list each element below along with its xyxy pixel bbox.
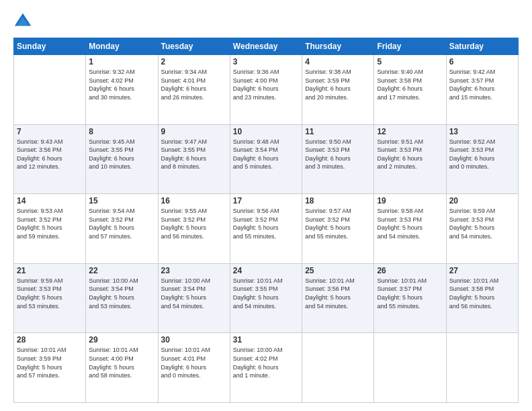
day-number: 21 xyxy=(17,266,83,275)
cell-text: Sunrise: 9:34 AM Sunset: 4:01 PM Dayligh… xyxy=(161,68,227,101)
cell-text: Sunrise: 9:50 AM Sunset: 3:53 PM Dayligh… xyxy=(305,138,371,171)
day-number: 13 xyxy=(449,127,515,136)
cell-text: Sunrise: 9:32 AM Sunset: 4:02 PM Dayligh… xyxy=(89,68,154,101)
calendar-cell: 14Sunrise: 9:53 AM Sunset: 3:52 PM Dayli… xyxy=(14,194,86,264)
day-number: 6 xyxy=(449,57,515,66)
calendar-week-row: 28Sunrise: 10:01 AM Sunset: 3:59 PM Dayl… xyxy=(14,333,519,403)
calendar-cell: 9Sunrise: 9:47 AM Sunset: 3:55 PM Daylig… xyxy=(158,124,230,194)
calendar-week-row: 7Sunrise: 9:43 AM Sunset: 3:56 PM Daylig… xyxy=(14,124,519,194)
logo xyxy=(13,12,35,31)
day-number: 23 xyxy=(161,266,227,275)
cell-text: Sunrise: 9:55 AM Sunset: 3:52 PM Dayligh… xyxy=(161,207,227,240)
day-number: 1 xyxy=(89,57,154,66)
day-number: 25 xyxy=(305,266,371,275)
calendar-table: SundayMondayTuesdayWednesdayThursdayFrid… xyxy=(13,38,519,403)
calendar-cell: 4Sunrise: 9:38 AM Sunset: 3:59 PM Daylig… xyxy=(302,55,374,125)
cell-text: Sunrise: 9:36 AM Sunset: 4:00 PM Dayligh… xyxy=(233,68,299,101)
cell-text: Sunrise: 9:53 AM Sunset: 3:52 PM Dayligh… xyxy=(17,207,83,240)
calendar-cell: 22Sunrise: 10:00 AM Sunset: 3:54 PM Dayl… xyxy=(86,263,158,333)
logo-icon xyxy=(13,12,32,31)
cell-text: Sunrise: 9:45 AM Sunset: 3:55 PM Dayligh… xyxy=(89,138,154,171)
calendar-week-row: 1Sunrise: 9:32 AM Sunset: 4:02 PM Daylig… xyxy=(14,55,519,125)
day-number: 19 xyxy=(377,196,443,205)
day-header-thursday: Thursday xyxy=(302,38,374,55)
day-header-friday: Friday xyxy=(374,38,446,55)
cell-text: Sunrise: 9:43 AM Sunset: 3:56 PM Dayligh… xyxy=(17,138,83,171)
day-number: 7 xyxy=(17,127,83,136)
calendar-cell: 5Sunrise: 9:40 AM Sunset: 3:58 PM Daylig… xyxy=(374,55,446,125)
cell-text: Sunrise: 10:00 AM Sunset: 3:54 PM Daylig… xyxy=(89,277,154,310)
day-header-monday: Monday xyxy=(86,38,158,55)
day-number: 28 xyxy=(17,335,83,345)
cell-text: Sunrise: 9:57 AM Sunset: 3:52 PM Dayligh… xyxy=(305,207,371,240)
header xyxy=(13,12,519,31)
calendar-cell: 28Sunrise: 10:01 AM Sunset: 3:59 PM Dayl… xyxy=(14,333,86,403)
cell-text: Sunrise: 9:47 AM Sunset: 3:55 PM Dayligh… xyxy=(161,138,227,171)
day-number: 10 xyxy=(233,127,299,136)
cell-text: Sunrise: 10:01 AM Sunset: 4:01 PM Daylig… xyxy=(161,346,227,379)
day-number: 8 xyxy=(89,127,154,136)
cell-text: Sunrise: 9:52 AM Sunset: 3:53 PM Dayligh… xyxy=(449,138,515,171)
cell-text: Sunrise: 9:38 AM Sunset: 3:59 PM Dayligh… xyxy=(305,68,371,101)
day-number: 11 xyxy=(305,127,371,136)
cell-text: Sunrise: 9:54 AM Sunset: 3:52 PM Dayligh… xyxy=(89,207,154,240)
calendar-week-row: 21Sunrise: 9:59 AM Sunset: 3:53 PM Dayli… xyxy=(14,263,519,333)
calendar-cell xyxy=(302,333,374,403)
day-number: 29 xyxy=(89,335,154,345)
calendar-page: SundayMondayTuesdayWednesdayThursdayFrid… xyxy=(0,0,532,411)
calendar-cell xyxy=(446,333,518,403)
calendar-cell: 31Sunrise: 10:00 AM Sunset: 4:02 PM Dayl… xyxy=(230,333,302,403)
calendar-cell: 11Sunrise: 9:50 AM Sunset: 3:53 PM Dayli… xyxy=(302,124,374,194)
calendar-cell: 13Sunrise: 9:52 AM Sunset: 3:53 PM Dayli… xyxy=(446,124,518,194)
day-header-sunday: Sunday xyxy=(14,38,86,55)
calendar-cell: 16Sunrise: 9:55 AM Sunset: 3:52 PM Dayli… xyxy=(158,194,230,264)
day-number: 9 xyxy=(161,127,227,136)
cell-text: Sunrise: 9:59 AM Sunset: 3:53 PM Dayligh… xyxy=(17,277,83,310)
cell-text: Sunrise: 10:01 AM Sunset: 3:56 PM Daylig… xyxy=(305,277,371,310)
day-number: 22 xyxy=(89,266,154,275)
calendar-cell: 25Sunrise: 10:01 AM Sunset: 3:56 PM Dayl… xyxy=(302,263,374,333)
calendar-cell: 18Sunrise: 9:57 AM Sunset: 3:52 PM Dayli… xyxy=(302,194,374,264)
cell-text: Sunrise: 10:00 AM Sunset: 4:02 PM Daylig… xyxy=(233,346,299,379)
calendar-cell: 10Sunrise: 9:48 AM Sunset: 3:54 PM Dayli… xyxy=(230,124,302,194)
cell-text: Sunrise: 9:51 AM Sunset: 3:53 PM Dayligh… xyxy=(377,138,443,171)
day-header-saturday: Saturday xyxy=(446,38,518,55)
day-number: 14 xyxy=(17,196,83,205)
day-number: 26 xyxy=(377,266,443,275)
cell-text: Sunrise: 9:56 AM Sunset: 3:52 PM Dayligh… xyxy=(233,207,299,240)
calendar-cell: 19Sunrise: 9:58 AM Sunset: 3:53 PM Dayli… xyxy=(374,194,446,264)
day-header-tuesday: Tuesday xyxy=(158,38,230,55)
cell-text: Sunrise: 10:01 AM Sunset: 3:57 PM Daylig… xyxy=(377,277,443,310)
day-number: 12 xyxy=(377,127,443,136)
calendar-cell: 27Sunrise: 10:01 AM Sunset: 3:58 PM Dayl… xyxy=(446,263,518,333)
day-number: 17 xyxy=(233,196,299,205)
calendar-cell: 24Sunrise: 10:01 AM Sunset: 3:55 PM Dayl… xyxy=(230,263,302,333)
cell-text: Sunrise: 10:01 AM Sunset: 3:55 PM Daylig… xyxy=(233,277,299,310)
cell-text: Sunrise: 9:59 AM Sunset: 3:53 PM Dayligh… xyxy=(449,207,515,240)
calendar-cell: 8Sunrise: 9:45 AM Sunset: 3:55 PM Daylig… xyxy=(86,124,158,194)
calendar-cell xyxy=(14,55,86,125)
day-number: 15 xyxy=(89,196,154,205)
cell-text: Sunrise: 9:58 AM Sunset: 3:53 PM Dayligh… xyxy=(377,207,443,240)
cell-text: Sunrise: 10:01 AM Sunset: 3:58 PM Daylig… xyxy=(449,277,515,310)
calendar-header-row: SundayMondayTuesdayWednesdayThursdayFrid… xyxy=(14,38,519,55)
day-number: 30 xyxy=(161,335,227,345)
day-number: 5 xyxy=(377,57,443,66)
day-number: 4 xyxy=(305,57,371,66)
cell-text: Sunrise: 10:01 AM Sunset: 3:59 PM Daylig… xyxy=(17,346,83,379)
calendar-cell: 17Sunrise: 9:56 AM Sunset: 3:52 PM Dayli… xyxy=(230,194,302,264)
calendar-cell: 3Sunrise: 9:36 AM Sunset: 4:00 PM Daylig… xyxy=(230,55,302,125)
cell-text: Sunrise: 10:01 AM Sunset: 4:00 PM Daylig… xyxy=(89,346,154,379)
day-number: 24 xyxy=(233,266,299,275)
cell-text: Sunrise: 9:48 AM Sunset: 3:54 PM Dayligh… xyxy=(233,138,299,171)
calendar-cell: 15Sunrise: 9:54 AM Sunset: 3:52 PM Dayli… xyxy=(86,194,158,264)
cell-text: Sunrise: 9:42 AM Sunset: 3:57 PM Dayligh… xyxy=(449,68,515,101)
calendar-cell: 20Sunrise: 9:59 AM Sunset: 3:53 PM Dayli… xyxy=(446,194,518,264)
calendar-cell: 7Sunrise: 9:43 AM Sunset: 3:56 PM Daylig… xyxy=(14,124,86,194)
calendar-cell: 6Sunrise: 9:42 AM Sunset: 3:57 PM Daylig… xyxy=(446,55,518,125)
calendar-cell: 29Sunrise: 10:01 AM Sunset: 4:00 PM Dayl… xyxy=(86,333,158,403)
day-number: 31 xyxy=(233,335,299,345)
calendar-cell: 2Sunrise: 9:34 AM Sunset: 4:01 PM Daylig… xyxy=(158,55,230,125)
calendar-cell: 21Sunrise: 9:59 AM Sunset: 3:53 PM Dayli… xyxy=(14,263,86,333)
cell-text: Sunrise: 9:40 AM Sunset: 3:58 PM Dayligh… xyxy=(377,68,443,101)
